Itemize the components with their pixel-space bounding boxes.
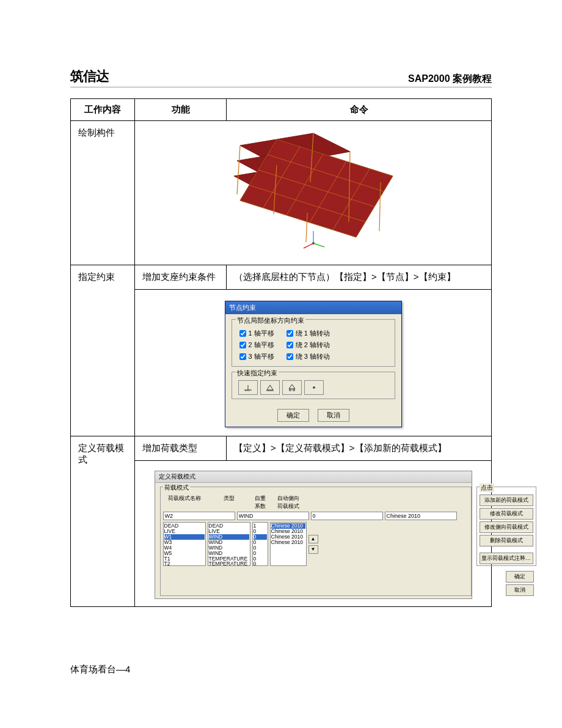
svg-line-23 <box>304 243 313 248</box>
quick-free-button[interactable] <box>304 380 324 395</box>
structural-model-3d <box>197 127 417 249</box>
row3-dialog: 定义荷载模式 荷载模式 荷载模式名称 类型 自重 系数 自动侧向 荷载模式 <box>135 461 492 607</box>
row3-c3: 【定义】>【定义荷载模式】>【添加新的荷载模式】 <box>227 436 492 461</box>
cancel-button[interactable]: 取消 <box>318 409 349 422</box>
dlg2-left-legend: 荷载模式 <box>163 483 190 492</box>
group1-legend: 节点局部坐标方向约束 <box>236 316 305 325</box>
input-name[interactable] <box>163 512 235 520</box>
quick-fixed-button[interactable] <box>238 380 258 395</box>
dlg2-cancel-button[interactable]: 取消 <box>506 584 534 596</box>
group2-legend: 快速指定约束 <box>236 369 279 378</box>
row3-c2: 增加荷载类型 <box>135 436 227 461</box>
show-notes-button[interactable]: 显示荷载模式注释… <box>480 553 533 564</box>
dialog1-title: 节点约束 <box>225 301 401 314</box>
quick-roller-button[interactable] <box>282 380 302 395</box>
th-cmd: 命令 <box>227 99 492 121</box>
list-type[interactable]: DEADLIVEWINDWINDWINDWINDTEMPERATURETEMPE… <box>208 522 250 566</box>
hdr-auto: 自动侧向 荷载模式 <box>270 495 307 510</box>
ok-button[interactable]: 确定 <box>277 409 309 422</box>
logo: 筑信达 <box>70 67 109 86</box>
dlg2-ok-button[interactable]: 确定 <box>506 571 534 583</box>
hdr-self: 自重 系数 <box>252 495 268 510</box>
row3-c1: 定义荷载模式 <box>71 436 135 607</box>
svg-line-22 <box>313 243 324 247</box>
input-self[interactable] <box>311 512 383 520</box>
quick-pinned-button[interactable] <box>260 380 280 395</box>
hdr-type: 类型 <box>208 495 250 510</box>
chk-u2[interactable]: 2 轴平移 <box>239 340 274 350</box>
th-work: 工作内容 <box>71 99 135 121</box>
svg-point-34 <box>293 389 294 391</box>
row1-c1: 绘制构件 <box>71 121 135 265</box>
move-up-button[interactable]: ▲ <box>308 535 318 543</box>
page-footer: 体育场看台—4 <box>70 664 130 675</box>
svg-point-35 <box>313 386 315 389</box>
list-name[interactable]: DEADLIVEW1W3W4W5T1T2SNOW <box>163 522 206 566</box>
chk-r3[interactable]: 绕 3 轴转动 <box>286 352 330 361</box>
row1-illus <box>135 121 492 265</box>
chk-u1[interactable]: 1 轴平移 <box>239 329 274 338</box>
move-down-button[interactable]: ▼ <box>308 545 318 554</box>
row2-c1: 指定约束 <box>71 265 135 436</box>
joint-restraint-dialog: 节点约束 节点局部坐标方向约束 1 轴平移 绕 1 轴转动 2 轴平移 <box>225 301 402 427</box>
row2-c2: 增加支座约束条件 <box>135 265 227 290</box>
list-auto[interactable]: Chinese 2010Chinese 2010Chinese 2010Chin… <box>270 522 307 566</box>
modify-lateral-button[interactable]: 修改侧向荷载模式 <box>480 521 533 533</box>
svg-marker-30 <box>267 385 273 390</box>
load-pattern-dialog: 定义荷载模式 荷载模式 荷载模式名称 类型 自重 系数 自动侧向 荷载模式 <box>155 471 472 599</box>
th-func: 功能 <box>135 99 227 121</box>
svg-line-15 <box>237 145 240 194</box>
modify-load-button[interactable]: 修改荷载模式 <box>480 508 533 520</box>
page-header: 筑信达 SAP2000 案例教程 <box>70 67 492 87</box>
chk-u3[interactable]: 3 轴平移 <box>239 352 274 361</box>
input-type[interactable] <box>237 512 309 520</box>
doc-title: SAP2000 案例教程 <box>408 73 492 86</box>
chk-r2[interactable]: 绕 2 轴转动 <box>286 340 330 350</box>
row2-dialog: 节点约束 节点局部坐标方向约束 1 轴平移 绕 1 轴转动 2 轴平移 <box>135 290 492 436</box>
list-self[interactable]: 100000000 <box>252 522 268 566</box>
svg-point-24 <box>312 242 315 245</box>
chk-r1[interactable]: 绕 1 轴转动 <box>286 329 330 338</box>
input-auto[interactable] <box>385 512 457 520</box>
svg-point-33 <box>289 389 291 391</box>
row2-c3: （选择底层柱的下节点）【指定】>【节点】>【约束】 <box>227 265 492 290</box>
hdr-name: 荷载模式名称 <box>163 495 206 510</box>
delete-load-button[interactable]: 删除荷载模式 <box>480 535 533 546</box>
svg-marker-32 <box>289 384 295 389</box>
main-table: 工作内容 功能 命令 绘制构件 <box>70 98 492 607</box>
dlg2-right-legend: 点击 <box>480 483 494 492</box>
add-load-button[interactable]: 添加新的荷载模式 <box>480 495 533 506</box>
dialog2-title: 定义荷载模式 <box>155 471 472 483</box>
